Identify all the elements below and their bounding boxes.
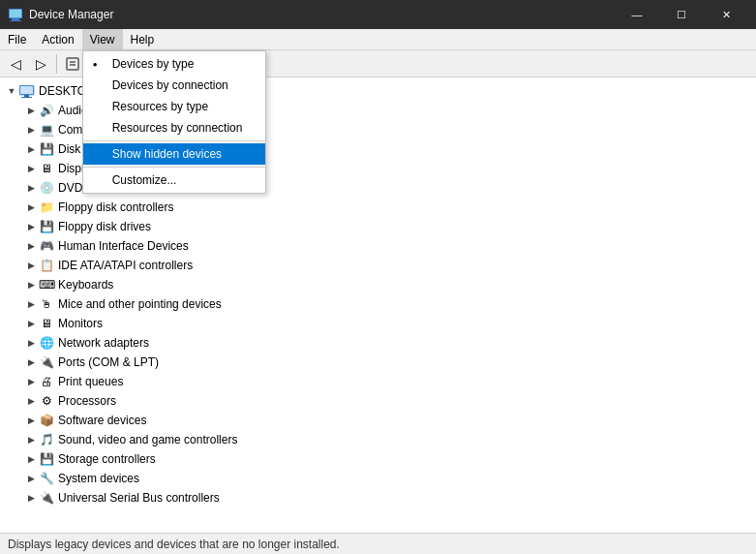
system-icon: 🔧 [39, 471, 54, 486]
ide-expand: ▶ [23, 258, 39, 273]
mice-expand: ▶ [23, 296, 39, 312]
properties-icon [65, 56, 80, 72]
tree-item-network[interactable]: ▶ 🌐 Network adapters [0, 333, 756, 353]
usb-label: Universal Serial Bus controllers [58, 491, 220, 505]
status-text: Displays legacy devices and devices that… [8, 538, 340, 551]
system-expand: ▶ [23, 471, 39, 486]
tree-item-floppy-ctrl[interactable]: ▶ 📁 Floppy disk controllers [0, 198, 756, 217]
ide-icon: 📋 [39, 258, 54, 273]
menu-bar: File Action View Devices by type Devices… [0, 29, 756, 50]
tree-item-mice[interactable]: ▶ 🖱 Mice and other pointing devices [0, 294, 756, 314]
menu-devices-by-connection[interactable]: Devices by connection [83, 75, 265, 96]
display-icon: 🖥 [39, 161, 54, 176]
menu-file[interactable]: File [0, 29, 34, 50]
ports-expand: ▶ [23, 354, 39, 370]
print-icon: 🖨 [39, 374, 54, 389]
tree-item-ide[interactable]: ▶ 📋 IDE ATA/ATAPI controllers [0, 256, 756, 275]
ports-label: Ports (COM & LPT) [58, 355, 159, 369]
keyboards-icon: ⌨ [39, 277, 54, 292]
processors-label: Processors [58, 394, 116, 408]
tree-item-sound[interactable]: ▶ 🎵 Sound, video and game controllers [0, 430, 756, 449]
menu-view[interactable]: View Devices by type Devices by connecti… [82, 29, 123, 50]
monitors-icon: 🖥 [39, 316, 54, 331]
svg-rect-2 [10, 20, 21, 21]
sound-icon: 🎵 [39, 432, 54, 447]
dvd-expand: ▶ [23, 180, 39, 196]
floppy-drv-label: Floppy disk drives [58, 220, 151, 233]
tree-item-keyboards[interactable]: ▶ ⌨ Keyboards [0, 275, 756, 294]
storage-expand: ▶ [23, 451, 39, 467]
svg-rect-1 [12, 18, 19, 20]
computer-expand: ▶ [23, 122, 39, 138]
tree-item-hid[interactable]: ▶ 🎮 Human Interface Devices [0, 236, 756, 256]
svg-rect-16 [21, 97, 32, 98]
menu-action[interactable]: Action [34, 29, 81, 50]
keyboards-label: Keyboards [58, 278, 113, 292]
maximize-button[interactable]: ☐ [659, 0, 704, 29]
toolbar-back-button[interactable]: ◁ [4, 52, 27, 76]
menu-show-hidden[interactable]: Show hidden devices [83, 143, 265, 165]
minimize-button[interactable]: — [615, 0, 659, 29]
window-controls: — ☐ ✕ [615, 0, 748, 29]
storage-icon: 💾 [39, 451, 54, 467]
tree-item-software[interactable]: ▶ 📦 Software devices [0, 411, 756, 430]
sound-expand: ▶ [23, 432, 39, 447]
status-bar: Displays legacy devices and devices that… [0, 533, 756, 554]
app-icon [8, 7, 23, 22]
tree-item-ports[interactable]: ▶ 🔌 Ports (COM & LPT) [0, 353, 756, 372]
tree-item-usb[interactable]: ▶ 🔌 Universal Serial Bus controllers [0, 488, 756, 508]
software-icon: 📦 [39, 413, 54, 428]
tree-item-floppy-drv[interactable]: ▶ 💾 Floppy disk drives [0, 217, 756, 236]
menu-separator-1 [83, 140, 265, 141]
print-label: Print queues [58, 375, 123, 388]
svg-rect-4 [67, 58, 78, 70]
tree-item-print[interactable]: ▶ 🖨 Print queues [0, 372, 756, 391]
ide-label: IDE ATA/ATAPI controllers [58, 259, 193, 272]
menu-help[interactable]: Help [123, 29, 163, 50]
sound-label: Sound, video and game controllers [58, 433, 237, 446]
hid-icon: 🎮 [39, 238, 54, 254]
menu-devices-by-type[interactable]: Devices by type [83, 53, 265, 75]
title-bar-left: Device Manager [8, 7, 113, 22]
toolbar-separator-1 [56, 54, 57, 74]
tree-item-monitors[interactable]: ▶ 🖥 Monitors [0, 314, 756, 333]
title-bar: Device Manager — ☐ ✕ [0, 0, 756, 29]
menu-customize[interactable]: Customize... [83, 169, 265, 191]
hid-label: Human Interface Devices [58, 239, 189, 253]
toolbar-forward-button[interactable]: ▷ [29, 52, 52, 76]
ports-icon: 🔌 [39, 354, 54, 370]
window-title: Device Manager [29, 8, 113, 21]
tree-item-processors[interactable]: ▶ ⚙ Processors [0, 391, 756, 411]
keyboards-expand: ▶ [23, 277, 39, 292]
software-label: Software devices [58, 414, 146, 427]
toolbar-properties-button[interactable] [61, 52, 84, 76]
floppy-ctrl-icon: 📁 [39, 200, 54, 215]
monitors-label: Monitors [58, 317, 103, 330]
svg-rect-3 [10, 10, 21, 17]
audio-expand: ▶ [23, 103, 39, 118]
floppy-ctrl-label: Floppy disk controllers [58, 200, 173, 214]
menu-separator-2 [83, 167, 265, 168]
disk-icon: 💾 [39, 141, 54, 157]
network-expand: ▶ [23, 335, 39, 351]
menu-resources-by-connection[interactable]: Resources by connection [83, 117, 265, 138]
usb-icon: 🔌 [39, 490, 54, 506]
menu-resources-by-type[interactable]: Resources by type [83, 96, 265, 117]
tree-item-system[interactable]: ▶ 🔧 System devices [0, 469, 756, 488]
monitors-expand: ▶ [23, 316, 39, 331]
processors-expand: ▶ [23, 393, 39, 409]
system-label: System devices [58, 472, 139, 485]
root-expand-icon: ▼ [4, 83, 19, 99]
tree-item-storage[interactable]: ▶ 💾 Storage controllers [0, 449, 756, 469]
software-expand: ▶ [23, 413, 39, 428]
mice-label: Mice and other pointing devices [58, 297, 222, 311]
floppy-drv-icon: 💾 [39, 219, 54, 234]
processors-icon: ⚙ [39, 393, 54, 409]
svg-rect-14 [20, 86, 33, 94]
floppy-ctrl-expand: ▶ [23, 200, 39, 215]
mice-icon: 🖱 [39, 296, 54, 312]
close-button[interactable]: ✕ [704, 0, 748, 29]
view-dropdown-menu: Devices by type Devices by connection Re… [82, 50, 266, 194]
floppy-drv-expand: ▶ [23, 219, 39, 234]
disk-expand: ▶ [23, 141, 39, 157]
